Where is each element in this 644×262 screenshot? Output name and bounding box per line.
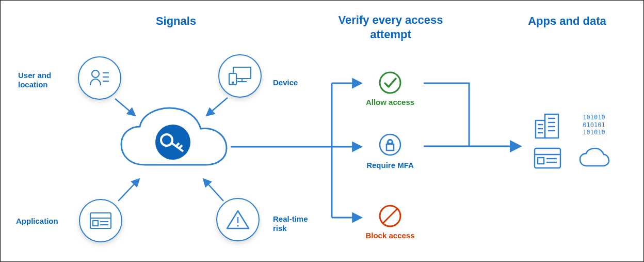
block-icon [378, 204, 402, 228]
cloud-small-icon [577, 146, 610, 170]
svg-line-21 [204, 179, 223, 201]
mfa-icon [378, 133, 402, 157]
label-mfa: Require MFA [362, 161, 418, 170]
svg-line-20 [118, 179, 139, 201]
decisions-to-apps [423, 78, 526, 156]
signal-arrows [1, 1, 331, 259]
svg-line-19 [207, 98, 228, 115]
column-header-apps: Apps and data [521, 14, 614, 28]
app-window-icon [532, 146, 563, 170]
svg-point-26 [380, 72, 400, 93]
label-allow: Allow access [362, 98, 418, 107]
apps-and-data-group: 101010 010101 101010 [532, 110, 610, 170]
cloud-to-decisions-line [231, 145, 332, 148]
svg-rect-43 [538, 158, 544, 164]
column-header-verify: Verify every access attempt [329, 13, 453, 41]
allow-icon [378, 71, 402, 95]
svg-line-18 [115, 99, 135, 115]
binary-data-icon: 101010 010101 101010 [577, 110, 610, 140]
diagram-frame: Signals Verify every access attempt Apps… [0, 0, 644, 262]
svg-line-30 [383, 209, 397, 223]
label-block: Block access [362, 231, 418, 240]
building-icon [532, 110, 563, 140]
